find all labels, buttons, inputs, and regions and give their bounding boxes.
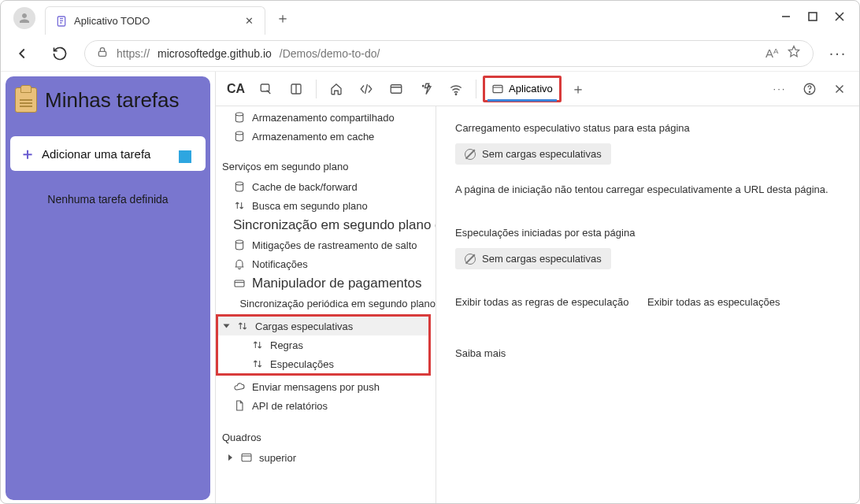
section-heading-status: Carregamento especulativo status para es…: [455, 122, 840, 134]
tab-close-icon[interactable]: ✕: [243, 15, 255, 27]
lock-icon: [96, 46, 109, 61]
more-button[interactable]: ···: [825, 40, 851, 67]
svg-rect-5: [98, 51, 106, 56]
sidebar-item-push[interactable]: Enviar mensagens por push: [216, 377, 436, 396]
sidebar-item-bg-fetch[interactable]: Busca em segundo plano: [216, 196, 436, 215]
learn-more-link[interactable]: Saiba mais: [455, 347, 840, 359]
highlight-speculative-loads: Cargas especulativas Regras Especulações: [216, 314, 431, 376]
caret-right-icon: [228, 454, 232, 461]
sidebar-item-bf-cache[interactable]: Cache de back/forward: [216, 177, 436, 196]
network-tab[interactable]: [443, 76, 469, 102]
add-task-input[interactable]: ＋ Adicionar uma tarefa: [10, 136, 206, 171]
updown-icon: [233, 199, 246, 212]
page-title: Minhas tarefas: [45, 88, 180, 113]
clipboard-icon: [15, 87, 37, 113]
svg-rect-27: [242, 454, 251, 461]
add-task-placeholder: Adicionar uma tarefa: [42, 147, 150, 161]
maximize-button[interactable]: [807, 11, 818, 25]
status-pill-2: Sem cargas especulativas: [455, 248, 611, 269]
back-button[interactable]: [9, 40, 35, 67]
toolbar-separator: [316, 80, 317, 98]
application-tab[interactable]: Aplicativo: [483, 76, 562, 102]
link-all-speculations[interactable]: Exibir todas as especulações: [647, 296, 780, 308]
database-icon: [233, 239, 246, 251]
database-icon: [233, 111, 246, 124]
sidebar-item-bg-sync-cd[interactable]: Sincronização em segundo plano do CD: [216, 215, 436, 235]
svg-point-21: [235, 132, 243, 135]
sidebar-header-bg-services: Serviços em segundo plano: [216, 155, 436, 177]
svg-point-12: [428, 85, 430, 87]
favorite-button[interactable]: [786, 44, 802, 62]
devtools-close-button[interactable]: [826, 76, 853, 102]
window-controls: [780, 11, 856, 25]
database-icon: [233, 180, 246, 193]
svg-point-11: [423, 85, 424, 87]
sidebar-item-frame-top[interactable]: superior: [216, 448, 436, 467]
refresh-button[interactable]: [46, 40, 73, 67]
svg-point-17: [809, 91, 810, 92]
elements-tab[interactable]: [353, 76, 380, 102]
address-bar: https://microsoftedge.github.io/Demos/de…: [1, 35, 859, 72]
sidebar-item-shared-storage[interactable]: Armazenamento compartilhado: [216, 108, 436, 127]
devtools-help-button[interactable]: [796, 76, 823, 102]
svg-point-22: [235, 182, 243, 185]
toolbar-separator: [476, 80, 476, 98]
no-entry-icon: [465, 149, 476, 160]
svg-point-13: [455, 94, 457, 95]
application-icon: [491, 83, 504, 95]
profile-avatar[interactable]: [13, 7, 35, 29]
sidebar-item-reporting-api[interactable]: API de relatórios: [216, 396, 436, 415]
inspect-button[interactable]: [253, 76, 280, 102]
main-content: Minhas tarefas ＋ Adicionar uma tarefa Ne…: [1, 72, 859, 504]
sidebar-item-periodic-sync[interactable]: Sincronização periódica em segundo plano: [216, 294, 436, 313]
todo-app: Minhas tarefas ＋ Adicionar uma tarefa Ne…: [6, 76, 210, 500]
devtools: CA Aplicativo ＋ ··· Armazenamento: [215, 72, 859, 504]
sources-tab[interactable]: [413, 76, 439, 102]
new-tab-button[interactable]: ＋: [272, 7, 294, 29]
plus-icon: ＋: [20, 143, 35, 165]
sidebar-item-cache-storage[interactable]: Armazenamento em cache: [216, 127, 436, 146]
sidebar-item-rules[interactable]: Regras: [218, 335, 428, 354]
devtools-more-button[interactable]: ···: [766, 76, 793, 102]
application-content: Carregamento especulativo status para es…: [436, 106, 859, 504]
sidebar-header-frames: Quadros: [216, 426, 436, 448]
minimize-button[interactable]: [780, 11, 791, 25]
file-icon: [233, 399, 246, 412]
device-button[interactable]: [283, 76, 310, 102]
close-window-button[interactable]: [834, 11, 845, 25]
updown-icon: [236, 320, 249, 332]
sidebar-item-payment[interactable]: Manipulador de pagamentos: [216, 273, 436, 294]
console-tab[interactable]: [383, 76, 410, 102]
link-all-rules[interactable]: Exibir todas as regras de especulação: [455, 296, 628, 308]
sidebar-item-speculations[interactable]: Especulações: [218, 354, 428, 373]
sidebar-item-speculative-loads[interactable]: Cargas especulativas: [218, 317, 428, 335]
svg-rect-14: [493, 85, 502, 92]
svg-rect-2: [809, 13, 817, 20]
empty-state: Nenhuma tarefa definida: [10, 193, 206, 206]
devtools-toolbar: CA Aplicativo ＋ ···: [216, 72, 859, 106]
sidebar-item-notifications[interactable]: Notificações: [216, 254, 436, 273]
svg-point-20: [235, 113, 243, 116]
status-description: A página de iniciação não tentou carrega…: [455, 183, 840, 195]
sidebar-item-bounce[interactable]: Mitigações de rastreamento de salto: [216, 235, 436, 254]
tab-favicon: [55, 15, 68, 28]
more-tabs-button[interactable]: ＋: [565, 76, 591, 102]
app-title-row: Minhas tarefas: [10, 87, 206, 113]
application-sidebar[interactable]: Armazenamento compartilhado Armazenament…: [216, 106, 436, 504]
svg-point-23: [235, 240, 243, 243]
caret-down-icon: [224, 324, 230, 328]
window-titlebar: Aplicativo TODO ✕ ＋: [1, 1, 859, 35]
tab-title: Aplicativo TODO: [74, 15, 236, 27]
browser-tab[interactable]: Aplicativo TODO ✕: [45, 6, 265, 35]
url-actions: Aᴬ: [765, 44, 802, 62]
window-icon: [240, 451, 253, 464]
svg-rect-6: [261, 84, 269, 91]
read-aloud-button[interactable]: Aᴬ: [765, 46, 778, 61]
svg-rect-9: [391, 84, 402, 93]
url-field[interactable]: https://microsoftedge.github.io/Demos/de…: [84, 40, 814, 67]
no-entry-icon: [465, 254, 476, 265]
url-path: /Demos/demo-to-do/: [280, 47, 380, 60]
cloud-icon: [233, 380, 246, 393]
welcome-tab[interactable]: [323, 76, 350, 102]
locale-button[interactable]: CA: [222, 76, 250, 102]
